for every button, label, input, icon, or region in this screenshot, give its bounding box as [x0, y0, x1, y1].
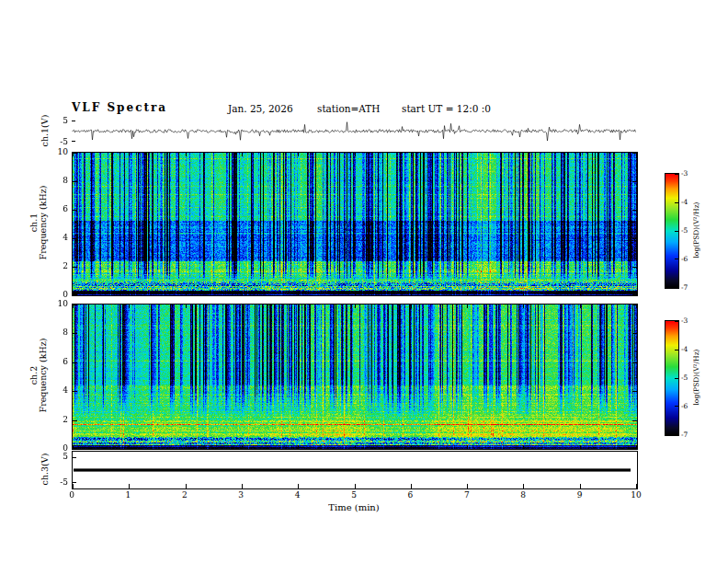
- time-tick-label: 6: [403, 490, 417, 500]
- time-tick-label: 4: [290, 490, 305, 500]
- colorbar1-tick-label: -4: [681, 198, 688, 206]
- time-tick-label: 5: [347, 490, 361, 500]
- time-tick-label: 10: [629, 490, 643, 500]
- plot-title: VLF Spectra: [72, 101, 167, 114]
- ch3-waveform-plot: [72, 451, 638, 489]
- colorbar1-tick-label: -7: [681, 283, 688, 292]
- time-tick-label: 0: [64, 490, 79, 500]
- ch1-freq-tick-label: 6: [48, 204, 68, 213]
- date-label: Jan. 25, 2026: [228, 103, 293, 114]
- colorbar-2-label: log(PSD)(V²/Hz): [692, 349, 700, 405]
- colorbar-1-label: log(PSD)(V²/Hz): [692, 201, 700, 258]
- colorbar1-tick-label: -6: [681, 255, 688, 263]
- ch1-freq-tick-label: 4: [48, 233, 68, 242]
- ch1-spec-label-line2: Frequency (kHz): [39, 186, 48, 260]
- colorbar-1: [665, 173, 679, 289]
- time-tick-label: 2: [177, 490, 192, 500]
- time-tick-label: 3: [233, 490, 248, 500]
- ch1-freq-tick-label: 0: [48, 290, 68, 299]
- colorbar2-tick-label: -3: [681, 316, 688, 325]
- colorbar2-tick-label: -6: [681, 402, 688, 410]
- ch3-volt-tick-label: 5: [48, 452, 68, 461]
- colorbar1-tick-label: -3: [681, 169, 688, 178]
- ch2-freq-tick-label: 4: [48, 385, 68, 395]
- start-ut-label: start UT = 12:0 :0: [402, 103, 491, 114]
- ch2-freq-tick-label: 8: [48, 327, 68, 337]
- ch2-freq-tick-label: 6: [48, 357, 68, 366]
- ch2-spectrogram: [72, 304, 638, 450]
- colorbar2-tick-label: -5: [681, 373, 688, 382]
- colorbar-2: [665, 320, 679, 436]
- colorbar2-tick-label: -4: [681, 345, 688, 353]
- ch1-spectrogram-ylabel: ch.1 Frequency (kHz): [29, 186, 48, 260]
- time-tick-label: 9: [573, 490, 587, 500]
- colorbar1-tick-label: -5: [681, 226, 688, 235]
- colorbar2-tick-label: -7: [681, 431, 688, 439]
- ch1-spectrogram: [72, 152, 638, 296]
- time-axis-label: Time (min): [317, 502, 391, 512]
- ch1-volt-tick-label: 5: [48, 116, 68, 125]
- vlf-spectra-figure: VLF Spectra Jan. 25, 2026 station=ATH st…: [0, 0, 728, 563]
- ch2-spectrogram-ylabel: ch.2 Frequency (kHz): [29, 339, 48, 413]
- ch1-freq-tick-label: 2: [48, 261, 68, 270]
- station-label: station=ATH: [317, 103, 381, 114]
- time-tick-label: 8: [516, 490, 530, 500]
- time-tick-label: 1: [120, 490, 135, 500]
- ch1-freq-tick-label: 10: [48, 147, 68, 156]
- ch1-volt-tick-label: -5: [48, 137, 68, 146]
- ch1-freq-tick-label: 8: [48, 176, 68, 185]
- ch3-volt-tick-label: -5: [48, 477, 68, 487]
- ch1-waveform-plot: [72, 117, 636, 145]
- ch2-spec-label-line2: Frequency (kHz): [39, 339, 48, 413]
- ch2-freq-tick-label: 10: [48, 299, 68, 308]
- ch2-freq-tick-label: 2: [48, 415, 68, 424]
- time-tick-label: 7: [460, 490, 474, 500]
